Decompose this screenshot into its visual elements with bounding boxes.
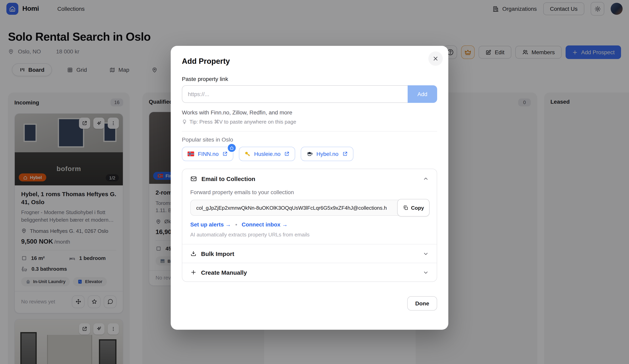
modal-title: Add Property bbox=[182, 57, 437, 66]
external-link-icon bbox=[342, 151, 348, 157]
paste-link-label: Paste property link bbox=[182, 76, 437, 82]
norway-flag-icon bbox=[187, 151, 194, 156]
property-url-input[interactable] bbox=[182, 85, 408, 103]
plus-icon bbox=[190, 269, 197, 275]
add-url-button[interactable]: Add bbox=[408, 85, 437, 103]
create-manually-header[interactable]: Create Manually bbox=[182, 263, 437, 281]
chevron-up-icon bbox=[423, 176, 429, 182]
ai-extraction-note: AI automatically extracts property URLs … bbox=[190, 232, 429, 238]
popular-sites-label: Popular sites in Oslo bbox=[182, 136, 437, 143]
email-to-collection-header[interactable]: Email to Collection bbox=[182, 169, 437, 188]
site-button-hybel[interactable]: Hybel.no bbox=[301, 147, 353, 161]
paste-tip: Tip: Press ⌘V to paste anywhere on this … bbox=[182, 119, 437, 125]
envelope-icon bbox=[190, 175, 197, 182]
key-icon bbox=[245, 151, 251, 157]
add-property-modal: Add Property Paste property link Add Wor… bbox=[171, 46, 448, 330]
chevron-down-icon bbox=[423, 250, 429, 256]
done-button[interactable]: Done bbox=[407, 296, 437, 311]
graduation-cap-icon bbox=[307, 151, 313, 157]
close-modal-button[interactable] bbox=[428, 51, 443, 66]
chevron-down-icon bbox=[423, 269, 429, 275]
close-icon bbox=[432, 55, 439, 62]
connect-inbox-link[interactable]: Connect inbox → bbox=[242, 221, 288, 228]
set-up-alerts-link[interactable]: Set up alerts → bbox=[190, 221, 231, 228]
external-link-icon bbox=[284, 151, 290, 157]
bulk-import-header[interactable]: Bulk Import bbox=[182, 244, 437, 263]
download-icon bbox=[190, 250, 197, 257]
copy-email-button[interactable]: Copy bbox=[397, 199, 430, 217]
external-link-icon bbox=[222, 151, 228, 157]
recommended-site-badge bbox=[227, 143, 237, 153]
site-button-husleie[interactable]: Husleie.no bbox=[239, 147, 295, 161]
collection-email-value: col_gJpZjEp2xmnwQkNn-8uOKOlK3OQqUsW3lFcL… bbox=[190, 200, 429, 216]
forward-emails-note: Forward property emails to your collecti… bbox=[190, 189, 429, 195]
supported-sites-note: Works with Finn.no, Zillow, Redfin, and … bbox=[182, 109, 437, 116]
house-icon bbox=[230, 146, 234, 150]
link-separator: • bbox=[235, 221, 237, 228]
add-methods-accordion: Email to Collection Forward property ema… bbox=[182, 169, 437, 282]
site-button-finn[interactable]: FINN.no bbox=[182, 147, 233, 161]
lightbulb-icon bbox=[182, 119, 187, 124]
copy-icon bbox=[403, 205, 408, 211]
